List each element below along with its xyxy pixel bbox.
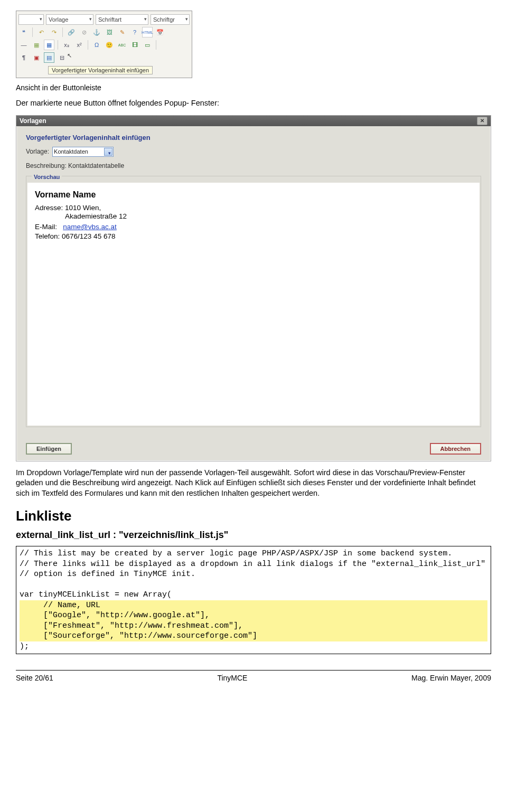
page-footer: Seite 20/61 TinyMCE Mag. Erwin Mayer, 20…	[16, 670, 491, 682]
preview-name-heading: Vorname Name	[35, 190, 472, 200]
heading-external-link: external_link_list_url : "verzeichnis/li…	[16, 530, 491, 541]
close-icon[interactable]: ✕	[477, 117, 487, 125]
preview-phone-label: Telefon:	[35, 232, 60, 240]
templates-dialog: Vorlagen ✕ Vorgefertigter Vorlageninhalt…	[16, 115, 491, 461]
template-button[interactable]: ▤	[44, 52, 54, 63]
hr-icon[interactable]: —	[18, 40, 29, 50]
vorlage-select[interactable]: Kontaktdaten ▾	[52, 147, 114, 157]
preview-email-label: E-Mail:	[35, 223, 57, 231]
unlink-icon[interactable]: ⊘	[79, 27, 89, 37]
preview-addr-line2: Akademiestraße 12	[65, 212, 127, 220]
undo-icon[interactable]: ↶	[36, 27, 46, 37]
preview-pane: Vorname Name Adresse: 1010 Wien, Akademi…	[27, 183, 480, 426]
caption-ansicht: Ansicht in der Buttonleiste	[16, 83, 491, 92]
tooltip: Vorgefertigter Vorlageninhalt einfügen	[48, 66, 153, 74]
date-icon[interactable]: 📅	[155, 27, 165, 37]
spellcheck-icon[interactable]: ABC	[117, 40, 127, 50]
preview-addr-label: Adresse:	[35, 204, 63, 212]
code-line: // There links will be displayed as a dr…	[20, 560, 485, 569]
removeformat-icon[interactable]: ▦	[31, 40, 42, 50]
separator-icon	[32, 27, 33, 37]
code-line: var tinyMCELinkList = new Array(	[20, 590, 172, 599]
pagebreak-icon[interactable]: ⊟	[57, 52, 67, 63]
code-block: // This list may be created by a server …	[16, 546, 491, 654]
emoticon-icon[interactable]: 🙂	[104, 40, 115, 50]
vorlage-select-value: Kontaktdaten	[54, 148, 88, 155]
body-explain: Im Dropdown Vorlage/Template wird nun de…	[16, 468, 491, 499]
vorlage-label: Vorlage:	[26, 148, 49, 155]
dropdown-schriftart[interactable]: Schriftart	[96, 14, 148, 25]
preview-email-link[interactable]: name@vbs.ac.at	[63, 223, 117, 231]
link-icon[interactable]: 🔗	[66, 27, 77, 37]
code-line-highlight: ["Google", "http://www.google.at"],	[20, 610, 487, 621]
paragraph-icon[interactable]: ¶	[18, 52, 29, 63]
help-icon[interactable]: ?	[129, 27, 140, 37]
html-icon[interactable]: HTML	[142, 27, 153, 37]
cleanup-icon[interactable]: ✎	[117, 27, 127, 37]
separator-icon	[156, 40, 156, 50]
separator-icon	[88, 40, 88, 50]
body-intro: Der markierte neue Button öffnet folgend…	[16, 98, 491, 109]
dropdown-empty[interactable]	[18, 14, 44, 25]
separator-icon	[62, 27, 63, 37]
charmap-icon[interactable]: Ω	[91, 40, 102, 50]
footer-page: Seite 20/61	[16, 674, 53, 682]
insert-button[interactable]: Einfügen	[26, 443, 72, 455]
style-icon[interactable]: ▣	[31, 52, 42, 63]
subscript-icon[interactable]: x₂	[61, 40, 72, 50]
separator-icon	[58, 40, 58, 50]
footer-author: Mag. Erwin Mayer, 2009	[411, 674, 491, 682]
paste-icon[interactable]: ❝	[18, 27, 29, 37]
redo-icon[interactable]: ↷	[49, 27, 59, 37]
beschreibung-label: Beschreibung: Kontaktdatentabelle	[26, 162, 124, 169]
superscript-icon[interactable]: x²	[74, 40, 84, 50]
table-icon[interactable]: ▦	[44, 40, 54, 50]
vorschau-legend: Vorschau	[32, 174, 62, 180]
cursor-icon: ↖	[67, 52, 72, 59]
footer-title: TinyMCE	[217, 674, 247, 682]
vorschau-fieldset: Vorschau Vorname Name Adresse: 1010 Wien…	[26, 176, 481, 427]
heading-linkliste: Linkliste	[16, 508, 491, 524]
dialog-heading: Vorgefertigter Vorlageninhalt einfügen	[26, 134, 481, 141]
cancel-button[interactable]: Abbrechen	[430, 443, 481, 455]
code-line: // This list may be created by a server …	[20, 549, 452, 558]
code-line-highlight: ["Sourceforge", "http://www.sourceforge.…	[20, 631, 487, 641]
media-icon[interactable]: 🎞	[129, 40, 140, 50]
layer-icon[interactable]: ▭	[142, 40, 153, 50]
dialog-title: Vorlagen	[20, 117, 46, 125]
chevron-down-icon: ▾	[108, 149, 111, 158]
dropdown-schriftgr[interactable]: Schriftgr	[151, 14, 190, 25]
code-line: );	[20, 642, 29, 651]
code-line: // option is defined in TinyMCE init.	[20, 570, 195, 579]
anchor-icon[interactable]: ⚓	[91, 27, 102, 37]
image-icon[interactable]: 🖼	[104, 27, 115, 37]
code-line-highlight: ["Freshmeat", "http://www.freshmeat.com"…	[20, 621, 487, 631]
preview-addr-line1: 1010 Wien,	[65, 204, 101, 212]
preview-phone-value: 0676/123 45 678	[62, 232, 115, 240]
dropdown-vorlage[interactable]: Vorlage	[46, 14, 93, 25]
toolbar-screenshot: Vorlage Schriftart Schriftgr ❝ ↶ ↷ 🔗 ⊘ ⚓…	[16, 11, 192, 78]
code-line-highlight: // Name, URL	[20, 600, 487, 611]
